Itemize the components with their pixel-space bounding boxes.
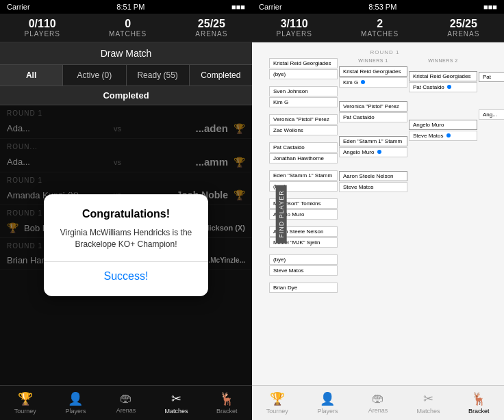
bottom-nav-left: 🏆 Tourney 👤 Players 🏟 Arenas ✂ Matches 🦌… <box>0 385 252 420</box>
stat-players-number-right: 3/110 <box>277 18 312 30</box>
top-stats-left: 0/110 PLAYERS 0 MATCHES 25/25 ARENAS <box>0 14 252 42</box>
w1-match-2: Veronica "Pistol" Perez Pat Castaldo <box>339 101 407 122</box>
bracket-match-4: Pat Castaldo Jonathan Hawthorne <box>269 142 338 163</box>
bracket-container: FIND PLAYER ROUND 1 Kristal Reid Georgia… <box>252 42 504 385</box>
tab-completed[interactable]: Completed <box>190 65 252 86</box>
w1-match-3: Eden "Stamm 1" Stamm Angelo Muro <box>339 136 407 157</box>
stat-matches-label-left: MATCHES <box>109 30 147 38</box>
final-player: Pat <box>479 72 504 82</box>
w1-player-1b: Kim G <box>339 77 407 88</box>
carrier-left: Carrier <box>7 3 30 11</box>
stat-arenas-label-right: ARENAS <box>447 30 479 38</box>
nav-tourney-label-left: Tourney <box>14 408 36 415</box>
congratulations-popup: Congratulations! Virginia McWilliams Hen… <box>44 194 208 296</box>
bracket-player-1b: (bye) <box>269 69 338 79</box>
bracket-content: ROUND 1 Kristal Reid Georgiades (bye) Sv… <box>266 42 504 385</box>
stat-players-label-left: PLAYERS <box>25 30 60 38</box>
players-icon-left: 👤 <box>68 391 83 406</box>
battery-right: ■■■ <box>483 3 497 11</box>
nav-tourney-right[interactable]: 🏆 Tourney <box>252 389 303 417</box>
nav-arenas-label-right: Arenas <box>368 407 388 414</box>
stat-matches-right: 2 MATCHES <box>361 18 399 38</box>
bracket-player-1a: Kristal Reid Georgiades <box>269 58 338 68</box>
bracket-player-3a: Veronica "Pistol" Perez <box>269 114 338 124</box>
nav-players-right[interactable]: 👤 Players <box>303 389 353 417</box>
arenas-icon-left: 🏟 <box>120 391 132 406</box>
stat-matches-number-left: 0 <box>109 18 147 30</box>
matches-icon-left: ✂ <box>171 391 181 406</box>
stat-arenas-left: 25/25 ARENAS <box>195 18 227 38</box>
w1-match-1: Kristal Reid Georgiades Kim G <box>339 66 407 88</box>
nav-bracket-label-left: Bracket <box>216 408 238 415</box>
winners1-column: Kristal Reid Georgiades Kim G Veronica "… <box>339 64 407 196</box>
nav-matches-right[interactable]: ✂ Matches <box>403 389 454 417</box>
matches-icon-right: ✂ <box>423 391 433 406</box>
blue-dot-4 <box>446 133 451 137</box>
nav-matches-left[interactable]: ✂ Matches <box>151 389 202 417</box>
nav-bracket-label-right: Bracket <box>468 408 490 415</box>
popup-title: Congratulations! <box>58 208 194 220</box>
bracket-player-3b: Zac Wollons <box>269 125 338 135</box>
nav-bracket-right[interactable]: 🦌 Bracket <box>453 389 504 417</box>
nav-players-left[interactable]: 👤 Players <box>51 389 101 417</box>
nav-bracket-left[interactable]: 🦌 Bracket <box>201 389 252 417</box>
w1-match-4: Aaron Steele Nelson Steve Matos <box>339 171 407 192</box>
nav-arenas-label-left: Arenas <box>116 407 136 414</box>
time-right: 8:53 PM <box>368 3 396 11</box>
tab-active[interactable]: Active (0) <box>63 65 126 86</box>
tourney-icon-left: 🏆 <box>18 391 33 406</box>
w2-match-1: Kristal Reid Georgiades Pat Castaldo <box>409 71 477 92</box>
stat-arenas-number-left: 25/25 <box>195 18 227 30</box>
stat-arenas-label-left: ARENAS <box>195 30 227 38</box>
w2-player-1b: Pat Castaldo <box>409 82 477 92</box>
nav-tourney-left[interactable]: 🏆 Tourney <box>0 389 51 417</box>
winners1-section: WINNERS 1 Kristal Reid Georgiades Kim G … <box>339 58 407 196</box>
winners2-column: Kristal Reid Georgiades Pat Castaldo Ang… <box>409 64 477 145</box>
bracket-player-4b: Jonathan Hawthorne <box>269 153 338 163</box>
nav-arenas-left[interactable]: 🏟 Arenas <box>101 389 151 417</box>
stat-players-label-right: PLAYERS <box>277 30 312 38</box>
top-stats-right: 3/110 PLAYERS 2 MATCHES 25/25 ARENAS <box>252 14 504 42</box>
bracket-player-8a: (bye) <box>269 254 338 265</box>
filter-tabs: All Active (0) Ready (55) Completed <box>0 65 252 86</box>
tab-all[interactable]: All <box>0 65 63 86</box>
w1-player-2b: Pat Castaldo <box>339 112 407 122</box>
stat-arenas-right: 25/25 ARENAS <box>447 18 479 38</box>
bracket-match-8: (bye) Steve Matos <box>269 254 338 276</box>
winners2-title: WINNERS 2 <box>409 58 477 63</box>
bracket-player-8b: Steve Matos <box>269 265 338 276</box>
w2-match-2: Angelo Muro Steve Matos <box>409 120 477 141</box>
phone-left: Carrier 8:51 PM ■■■ 0/110 PLAYERS 0 MATC… <box>0 0 252 420</box>
w1-player-3a: Eden "Stamm 1" Stamm <box>339 136 407 146</box>
nav-players-label-left: Players <box>65 408 86 415</box>
time-left: 8:51 PM <box>116 3 144 11</box>
bracket-player-2b: Kim G <box>269 97 338 107</box>
w1-player-1a: Kristal Reid Georgiades <box>339 66 407 77</box>
round1-label: ROUND 1 <box>269 49 501 55</box>
bracket-player-5a: Eden "Stamm 1" Stamm <box>269 170 338 181</box>
bracket-player-2a: Sven Johnson <box>269 86 338 96</box>
nav-matches-label-left: Matches <box>165 408 188 415</box>
popup-success-button[interactable]: Success! <box>58 262 194 283</box>
stat-players-left: 0/110 PLAYERS <box>25 18 60 38</box>
nav-arenas-right[interactable]: 🏟 Arenas <box>353 389 403 417</box>
stat-matches-label-right: MATCHES <box>361 30 399 38</box>
battery-left: ■■■ <box>231 3 245 11</box>
phone-right: Carrier 8:53 PM ■■■ 3/110 PLAYERS 2 MATC… <box>252 0 504 420</box>
bracket-player-4a: Pat Castaldo <box>269 142 338 153</box>
w2-player-2b: Steve Matos <box>409 131 477 141</box>
bracket-player-9a: Brian Dye <box>269 283 338 293</box>
bracket-match-3: Veronica "Pistol" Perez Zac Wollons <box>269 114 338 135</box>
w1-player-4b: Steve Matos <box>339 182 407 192</box>
tab-ready[interactable]: Ready (55) <box>127 65 190 86</box>
final-column: Pat Ang... <box>479 72 504 120</box>
winners1-title: WINNERS 1 <box>339 58 407 63</box>
arenas-icon-right: 🏟 <box>372 391 384 406</box>
popup-body: Virginia McWilliams Hendricks is the Bra… <box>58 227 194 250</box>
find-player-tab[interactable]: FIND PLAYER <box>276 185 287 243</box>
stat-players-right: 3/110 PLAYERS <box>277 18 312 38</box>
nav-matches-label-right: Matches <box>417 408 440 415</box>
bottom-nav-right: 🏆 Tourney 👤 Players 🏟 Arenas ✂ Matches 🦌… <box>252 385 504 420</box>
w2-player-1a: Kristal Reid Georgiades <box>409 71 477 81</box>
tourney-icon-right: 🏆 <box>270 391 285 406</box>
